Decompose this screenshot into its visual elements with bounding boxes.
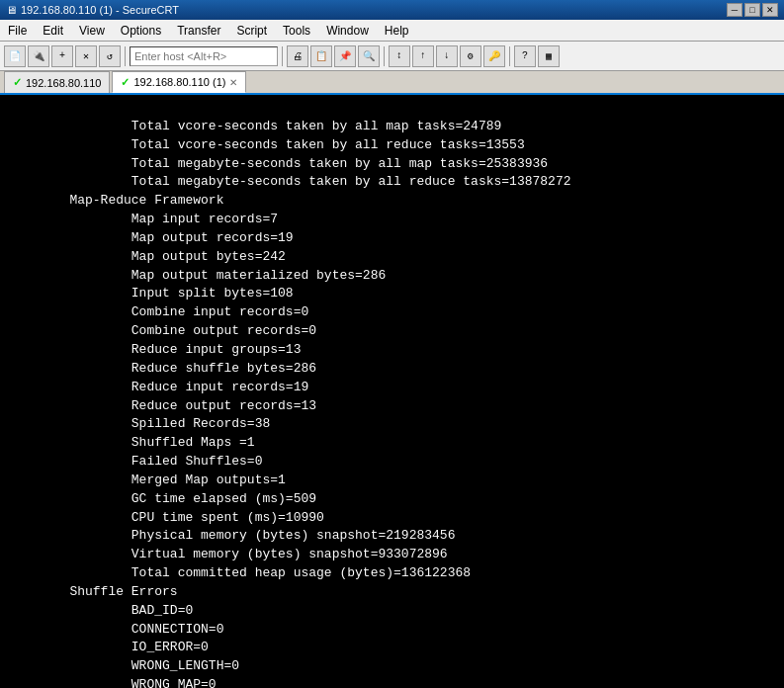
toolbar-divider-1: [125, 46, 126, 66]
terminal[interactable]: Total vcore-seconds taken by all map tas…: [0, 95, 784, 688]
terminal-line: Total committed heap usage (bytes)=13612…: [8, 564, 776, 583]
minimize-button[interactable]: ─: [727, 3, 742, 17]
terminal-line: Virtual memory (bytes) snapshot=93307289…: [8, 546, 776, 564]
terminal-line: WRONG_MAP=0: [8, 676, 776, 688]
toolbar: 📄 🔌 + ✕ ↺ 🖨 📋 📌 🔍 ↕ ↑ ↓ ⚙ 🔑 ? ▦: [0, 42, 784, 71]
new-session-button[interactable]: 📄: [4, 45, 26, 67]
terminal-line: Map output materialized bytes=286: [8, 267, 776, 286]
terminal-line: BAD_ID=0: [8, 602, 776, 621]
title-bar-left: 🖥 192.168.80.110 (1) - SecureCRT: [6, 4, 179, 16]
toolbar-divider-4: [509, 46, 510, 66]
terminal-line: Reduce input groups=13: [8, 341, 776, 360]
terminal-line: Map input records=7: [8, 211, 776, 229]
settings-button[interactable]: ⚙: [460, 45, 481, 67]
connect-tab-button[interactable]: +: [51, 45, 73, 67]
menu-options[interactable]: Options: [113, 20, 169, 41]
terminal-line: Failed Shuffles=0: [8, 453, 776, 472]
map-button[interactable]: ▦: [538, 45, 560, 67]
menu-view[interactable]: View: [71, 20, 113, 41]
terminal-line: Total megabyte-seconds taken by all redu…: [8, 173, 776, 192]
app-icon: 🖥: [6, 4, 17, 16]
terminal-line: Map-Reduce Framework: [8, 192, 776, 211]
terminal-line: Map output bytes=242: [8, 248, 776, 267]
terminal-line: Shuffle Errors: [8, 583, 776, 602]
terminal-line: WRONG_LENGTH=0: [8, 657, 776, 676]
menu-edit[interactable]: Edit: [35, 20, 71, 41]
menu-transfer[interactable]: Transfer: [169, 20, 228, 41]
toolbar-divider-3: [384, 46, 385, 66]
terminal-line: Shuffled Maps =1: [8, 434, 776, 453]
terminal-line: Total vcore-seconds taken by all reduce …: [8, 136, 776, 155]
tab-1-check: ✓: [121, 76, 130, 89]
host-input[interactable]: [130, 46, 278, 66]
terminal-line: Spilled Records=38: [8, 415, 776, 434]
title-bar-controls: ─ □ ✕: [727, 3, 778, 17]
terminal-line: Combine input records=0: [8, 303, 776, 322]
menu-help[interactable]: Help: [377, 20, 417, 41]
tab-0-label: 192.168.80.110: [26, 77, 101, 89]
maximize-button[interactable]: □: [744, 3, 760, 17]
tab-0[interactable]: ✓ 192.168.80.110: [4, 71, 110, 93]
disconnect-button[interactable]: ✕: [75, 45, 97, 67]
terminal-line: Total megabyte-seconds taken by all map …: [8, 155, 776, 174]
menu-script[interactable]: Script: [228, 20, 275, 41]
reconnect-button[interactable]: ↺: [99, 45, 121, 67]
menu-bar: File Edit View Options Transfer Script T…: [0, 20, 784, 42]
close-button[interactable]: ✕: [762, 3, 778, 17]
sftp-button[interactable]: ↕: [389, 45, 410, 67]
menu-window[interactable]: Window: [318, 20, 377, 41]
terminal-line: Physical memory (bytes) snapshot=2192834…: [8, 527, 776, 546]
window-title: 192.168.80.110 (1) - SecureCRT: [21, 4, 179, 16]
terminal-line: Total vcore-seconds taken by all map tas…: [8, 118, 776, 136]
key-button[interactable]: 🔑: [483, 45, 505, 67]
terminal-line: Combine output records=0: [8, 322, 776, 341]
upload-button[interactable]: ↑: [412, 45, 434, 67]
title-bar: 🖥 192.168.80.110 (1) - SecureCRT ─ □ ✕: [0, 0, 784, 20]
tab-1-close[interactable]: ✕: [229, 77, 237, 88]
find-button[interactable]: 🔍: [358, 45, 380, 67]
print-button[interactable]: 🖨: [287, 45, 308, 67]
toolbar-divider-2: [282, 46, 283, 66]
terminal-line: GC time elapsed (ms)=509: [8, 490, 776, 509]
download-button[interactable]: ↓: [436, 45, 458, 67]
terminal-line: IO_ERROR=0: [8, 639, 776, 657]
menu-tools[interactable]: Tools: [275, 20, 318, 41]
tab-1-label: 192.168.80.110 (1): [133, 76, 225, 88]
tab-1[interactable]: ✓ 192.168.80.110 (1) ✕: [112, 71, 246, 93]
tab-bar: ✓ 192.168.80.110 ✓ 192.168.80.110 (1) ✕: [0, 71, 784, 95]
copy-button[interactable]: 📋: [310, 45, 332, 67]
terminal-line: Map output records=19: [8, 229, 776, 248]
connect-button[interactable]: 🔌: [28, 45, 49, 67]
tab-0-check: ✓: [13, 76, 22, 89]
help-button[interactable]: ?: [514, 45, 536, 67]
terminal-line: CPU time spent (ms)=10990: [8, 509, 776, 528]
terminal-line: Reduce output records=13: [8, 397, 776, 416]
terminal-line: CONNECTION=0: [8, 621, 776, 640]
terminal-line: Merged Map outputs=1: [8, 472, 776, 490]
paste-button[interactable]: 📌: [334, 45, 356, 67]
terminal-line: Reduce shuffle bytes=286: [8, 360, 776, 379]
terminal-line: Reduce input records=19: [8, 379, 776, 397]
terminal-line: Input split bytes=108: [8, 285, 776, 303]
menu-file[interactable]: File: [0, 20, 35, 41]
